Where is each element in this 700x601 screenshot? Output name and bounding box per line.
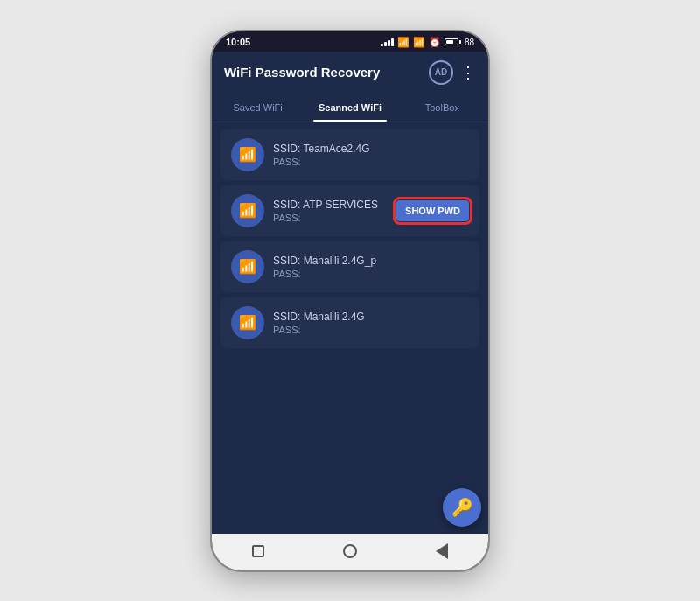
wifi-status-icon: 📶 bbox=[397, 37, 410, 48]
nav-square-icon bbox=[252, 545, 264, 557]
app-header: WiFi Password Recovery AD ⋮ bbox=[212, 52, 488, 94]
nav-circle-icon bbox=[343, 544, 357, 558]
tab-saved-wifi[interactable]: Saved WiFi bbox=[212, 94, 304, 122]
key-fab-button[interactable]: 🔑 bbox=[443, 488, 481, 527]
wifi-details: SSID: ATP SERVICES PASS: bbox=[273, 199, 388, 223]
status-time: 10:05 bbox=[226, 37, 250, 47]
phone-frame: 10:05 📶 📶 ⏰ 88 WiFi Password Recovery bbox=[210, 30, 490, 572]
status-icons: 📶 📶 ⏰ 88 bbox=[381, 37, 474, 48]
wifi-ssid: SSID: TeamAce2.4G bbox=[273, 143, 469, 155]
fab-area: 🔑 bbox=[212, 481, 488, 534]
more-menu-icon[interactable]: ⋮ bbox=[460, 63, 476, 82]
wifi-item: 📶 SSID: TeamAce2.4G PASS: bbox=[220, 129, 480, 180]
wifi-details: SSID: Manalili 2.4G PASS: bbox=[273, 311, 469, 335]
battery-percent: 88 bbox=[465, 38, 474, 47]
wifi-pass: PASS: bbox=[273, 157, 469, 167]
nav-back-icon bbox=[436, 543, 448, 559]
status-bar: 10:05 📶 📶 ⏰ 88 bbox=[212, 31, 488, 52]
ad-badge[interactable]: AD bbox=[429, 60, 453, 85]
wifi-item: 📶 SSID: ATP SERVICES PASS: SHOW PWD bbox=[220, 185, 480, 236]
wifi-pass: PASS: bbox=[273, 269, 469, 279]
alarm-icon: ⏰ bbox=[429, 37, 441, 48]
wifi-ssid: SSID: ATP SERVICES bbox=[273, 199, 388, 211]
tab-scanned-wifi[interactable]: Scanned WiFi bbox=[304, 94, 396, 122]
wifi-item: 📶 SSID: Manalili 2.4G PASS: bbox=[220, 297, 480, 348]
tab-toolbox[interactable]: ToolBox bbox=[396, 94, 488, 122]
wifi-signal-icon: 📶 bbox=[231, 250, 264, 283]
wifi-details: SSID: Manalili 2.4G_p PASS: bbox=[273, 255, 469, 279]
wifi-signal-icon: 📶 bbox=[231, 306, 264, 339]
wifi-pass: PASS: bbox=[273, 213, 388, 223]
wifi-pass: PASS: bbox=[273, 325, 469, 335]
nav-bar bbox=[212, 534, 488, 570]
wifi-details: SSID: TeamAce2.4G PASS: bbox=[273, 143, 469, 167]
nav-recents-button[interactable] bbox=[248, 541, 269, 562]
wifi-signal-icon: 📶 bbox=[231, 138, 264, 171]
key-icon: 🔑 bbox=[452, 497, 473, 518]
battery-icon bbox=[444, 38, 461, 45]
wifi-ssid: SSID: Manalili 2.4G bbox=[273, 311, 469, 323]
wifi-item: 📶 SSID: Manalili 2.4G_p PASS: bbox=[220, 241, 480, 292]
wifi-list: 📶 SSID: TeamAce2.4G PASS: 📶 SSID: ATP SE… bbox=[212, 122, 488, 481]
app-title: WiFi Password Recovery bbox=[224, 65, 380, 80]
wifi-signal-icon: 📶 bbox=[231, 194, 264, 227]
tabs-bar: Saved WiFi Scanned WiFi ToolBox bbox=[212, 94, 488, 122]
nav-back-button[interactable] bbox=[431, 541, 452, 562]
nav-home-button[interactable] bbox=[340, 541, 360, 562]
signal-strength-icon bbox=[381, 38, 394, 46]
header-actions: AD ⋮ bbox=[429, 60, 476, 85]
show-password-button[interactable]: SHOW PWD bbox=[396, 200, 469, 221]
wifi-connected-icon: 📶 bbox=[413, 37, 425, 48]
wifi-ssid: SSID: Manalili 2.4G_p bbox=[273, 255, 469, 267]
